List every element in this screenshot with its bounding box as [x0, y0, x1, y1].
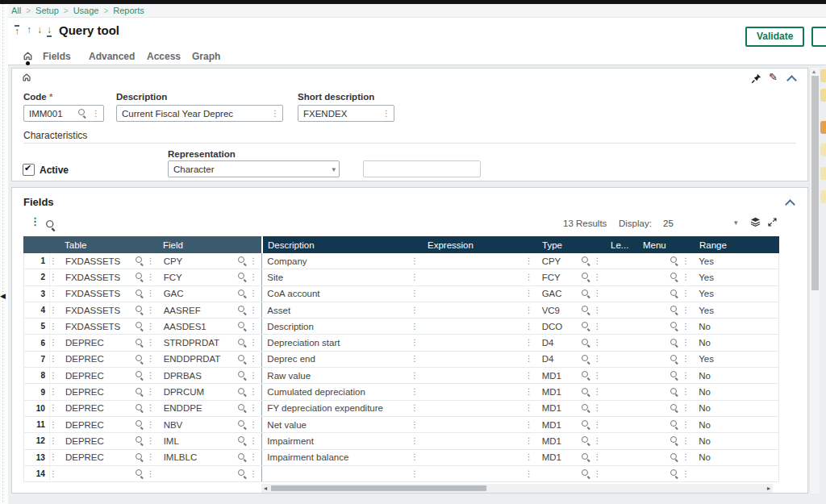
- lookup-icon[interactable]: [136, 355, 144, 364]
- type-cell[interactable]: FCY⋮: [537, 269, 606, 285]
- table-row[interactable]: 12⋮DEPREC⋮IML⋮Impairment⋮⋮MD1⋮⋮No⋮: [24, 433, 778, 449]
- short-description-input[interactable]: FXENDEX ⋮: [298, 105, 394, 122]
- table-cell[interactable]: FXDASSETS⋮: [60, 286, 159, 302]
- field-cell[interactable]: NBV⋮: [159, 417, 262, 432]
- lookup-icon[interactable]: [582, 355, 590, 364]
- edit-icon[interactable]: ✎: [769, 71, 778, 83]
- cell-menu-icon[interactable]: ⋮: [682, 453, 690, 461]
- clipped-side-icon[interactable]: [820, 190, 826, 203]
- description-cell[interactable]: Site⋮: [261, 269, 423, 285]
- lookup-icon[interactable]: [582, 453, 590, 462]
- lookup-icon[interactable]: [238, 256, 247, 265]
- table-cell[interactable]: DEPREC⋮: [60, 335, 159, 350]
- expression-cell[interactable]: ⋮: [423, 269, 537, 285]
- menu-cell[interactable]: ⋮: [637, 286, 694, 302]
- cell-menu-icon[interactable]: ⋮: [525, 437, 533, 445]
- row-handle-cell[interactable]: ⋮: [50, 253, 60, 269]
- row-number-cell[interactable]: 1: [24, 253, 50, 269]
- table-cell[interactable]: FXDASSETS⋮: [60, 319, 159, 334]
- range-cell[interactable]: No⋮: [694, 450, 778, 465]
- tab-graph[interactable]: Graph: [192, 51, 220, 62]
- row-number-cell[interactable]: 13: [24, 450, 50, 465]
- cell-menu-icon[interactable]: ⋮: [411, 273, 419, 281]
- table-cell[interactable]: DEPREC⋮: [60, 450, 159, 465]
- row-number-cell[interactable]: 4: [24, 302, 50, 318]
- cell-menu-icon[interactable]: ⋮: [411, 404, 419, 412]
- menu-cell[interactable]: ⋮: [637, 384, 694, 399]
- tab-advanced[interactable]: Advanced: [89, 51, 135, 62]
- table-row[interactable]: 7⋮DEPREC⋮ENDDPRDAT⋮Deprec end⋮⋮D4⋮⋮Yes⋮: [24, 352, 778, 368]
- cell-menu-icon[interactable]: ⋮: [593, 306, 601, 314]
- cell-menu-icon[interactable]: ⋮: [525, 273, 533, 281]
- table-cell[interactable]: ⋮: [60, 466, 159, 481]
- length-cell[interactable]: [605, 384, 637, 399]
- table-menu-icon[interactable]: ⋮: [30, 216, 40, 227]
- lookup-icon[interactable]: [582, 273, 590, 281]
- cell-menu-icon[interactable]: ⋮: [147, 404, 155, 412]
- lookup-icon[interactable]: [582, 371, 590, 380]
- table-cell[interactable]: DEPREC⋮: [60, 368, 159, 383]
- vertical-scrollbar[interactable]: ▴: [809, 68, 820, 494]
- row-number-cell[interactable]: 10: [24, 401, 50, 416]
- cell-menu-icon[interactable]: ⋮: [249, 372, 257, 380]
- description-cell[interactable]: Description⋮: [261, 319, 423, 334]
- cell-menu-icon[interactable]: ⋮: [147, 388, 155, 396]
- column-header-type[interactable]: Type: [537, 236, 606, 253]
- cell-menu-icon[interactable]: ⋮: [682, 404, 690, 412]
- row-number-cell[interactable]: 3: [24, 286, 50, 302]
- lookup-icon[interactable]: [238, 322, 247, 331]
- menu-cell[interactable]: ⋮: [637, 335, 694, 350]
- table-row[interactable]: 8⋮DEPREC⋮DPRBAS⋮Raw value⋮⋮MD1⋮⋮No⋮: [24, 368, 778, 384]
- menu-cell[interactable]: ⋮: [637, 401, 694, 416]
- cell-menu-icon[interactable]: ⋮: [525, 421, 533, 429]
- left-splitter[interactable]: ◀: [0, 4, 8, 504]
- horizontal-scrollbar[interactable]: ◂ ▸: [261, 484, 773, 493]
- description-input[interactable]: Current Fiscal Year Deprec ⋮: [116, 105, 283, 122]
- lookup-icon[interactable]: [670, 256, 679, 265]
- lookup-icon[interactable]: [238, 339, 247, 348]
- cell-menu-icon[interactable]: ⋮: [249, 289, 257, 298]
- lookup-icon[interactable]: [238, 371, 247, 380]
- range-cell[interactable]: Yes⋮: [694, 286, 778, 302]
- lookup-icon[interactable]: [582, 404, 590, 413]
- lookup-icon[interactable]: [670, 306, 679, 314]
- cell-menu-icon[interactable]: ⋮: [249, 470, 257, 478]
- length-cell[interactable]: [605, 450, 637, 465]
- cell-menu-icon[interactable]: ⋮: [411, 323, 419, 331]
- row-number-cell[interactable]: 9: [24, 384, 50, 399]
- range-clipped-menu-icon[interactable]: ⋮: [775, 437, 778, 445]
- cell-menu-icon[interactable]: ⋮: [249, 388, 257, 396]
- representation-select[interactable]: Character ▾: [168, 160, 340, 177]
- cell-menu-icon[interactable]: ⋮: [593, 339, 601, 347]
- table-search-icon[interactable]: [46, 220, 56, 231]
- pin-icon[interactable]: [751, 73, 761, 84]
- column-header-expression[interactable]: Expression: [423, 236, 537, 253]
- menu-cell[interactable]: ⋮: [637, 450, 694, 465]
- table-cell[interactable]: DEPREC⋮: [60, 352, 159, 367]
- display-dropdown-icon[interactable]: ▾: [734, 219, 738, 227]
- row-kebab-icon[interactable]: ⋮: [50, 257, 57, 265]
- length-cell[interactable]: [605, 401, 637, 416]
- lookup-icon[interactable]: [136, 453, 144, 462]
- description-cell[interactable]: Impairment balance⋮: [261, 450, 423, 465]
- tab-access[interactable]: Access: [147, 51, 181, 62]
- column-header-table[interactable]: Table: [60, 236, 158, 253]
- cell-menu-icon[interactable]: ⋮: [682, 339, 690, 347]
- description-cell[interactable]: Asset⋮: [261, 302, 423, 318]
- table-cell[interactable]: FXDASSETS⋮: [60, 253, 159, 269]
- cell-menu-icon[interactable]: ⋮: [249, 355, 257, 363]
- cell-menu-icon[interactable]: ⋮: [525, 372, 533, 380]
- length-cell[interactable]: [605, 368, 637, 383]
- type-cell[interactable]: GAC⋮: [537, 286, 606, 302]
- row-handle-cell[interactable]: ⋮: [50, 368, 60, 383]
- length-cell[interactable]: [605, 466, 637, 481]
- description-menu-icon[interactable]: ⋮: [271, 110, 279, 118]
- range-cell[interactable]: No⋮: [694, 401, 778, 416]
- lookup-icon[interactable]: [238, 453, 247, 462]
- expand-table-icon[interactable]: [768, 218, 777, 227]
- type-cell[interactable]: VC9⋮: [537, 302, 606, 318]
- cell-menu-icon[interactable]: ⋮: [249, 421, 257, 429]
- range-clipped-menu-icon[interactable]: ⋮: [775, 323, 778, 331]
- row-kebab-icon[interactable]: ⋮: [50, 437, 57, 445]
- row-number-cell[interactable]: 11: [24, 417, 50, 432]
